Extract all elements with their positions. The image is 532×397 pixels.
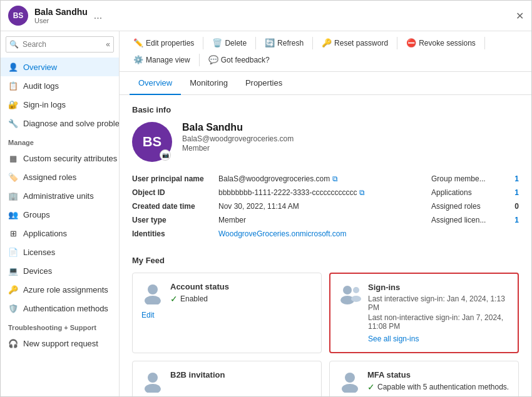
applications-stat-value[interactable]: 1 [514,188,519,197]
sidebar-item-groups[interactable]: 👥 Groups [1,205,119,224]
usertype-label: User type [132,216,213,224]
status-green-icon: ✓ [170,294,178,304]
sidebar-item-azure-role[interactable]: 🔑 Azure role assignments [1,280,119,299]
gear-icon: ⚙️ [133,55,143,64]
sidebar-item-support[interactable]: 🎧 New support request [1,334,119,353]
delete-button[interactable]: 🗑️ Delete [206,35,253,51]
feedback-label: Got feedback? [221,56,270,64]
title-info: Bala Sandhu User [34,7,88,24]
assigned-licenses-label: Assigned licen... [431,216,486,224]
edit-properties-button[interactable]: ✏️ Edit properties [127,35,200,51]
camera-icon[interactable]: 📷 [160,149,171,161]
reset-password-button[interactable]: 🔑 Reset password [315,35,394,51]
sidebar-item-admin-units[interactable]: 🏢 Administrative units [1,186,119,205]
assigned-roles-stat-value[interactable]: 0 [514,202,519,211]
tab-overview[interactable]: Overview [130,72,181,95]
sidebar-item-signin-logs[interactable]: 🔐 Sign-in logs [1,95,119,114]
feed-cards: Account status ✓ Enabled Edit [132,273,519,396]
manage-view-button[interactable]: ⚙️ Manage view [127,52,197,68]
sidebar-item-licenses[interactable]: 📄 Licenses [1,243,119,261]
refresh-button[interactable]: 🔄 Refresh [258,35,310,51]
list-icon: 📋 [8,81,18,91]
sidebar-item-audit-logs[interactable]: 📋 Audit logs [1,76,119,95]
feedback-icon: 💬 [208,55,218,64]
svg-point-9 [342,384,358,393]
objectid-value: bbbbbbbb-1111-2222-3333-cccccccccccc ⧉ [218,188,365,197]
sidebar-item-overview[interactable]: 👤 Overview [1,58,119,76]
user-avatar: BS 📷 [132,122,172,162]
tab-properties[interactable]: Properties [237,72,291,95]
signins-body: Sign-ins Last interactive sign-in: Jan 4… [368,283,509,343]
b2b-header: B2B invitation [141,370,312,393]
account-status-body: Account status ✓ Enabled [170,282,312,304]
group-icon: 👥 [8,209,18,219]
b2b-invitation-card: B2B invitation Convert to external user [132,361,322,396]
mfa-header: MFA status ✓ Capable with 5 authenticati… [339,370,509,396]
edit-props-label: Edit properties [146,39,194,48]
user-name: Bala Sandhu [182,122,519,133]
content-area: ✏️ Edit properties 🗑️ Delete 🔄 Refresh 🔑… [120,31,531,396]
prop-row-usertype: User type Member [132,216,412,224]
person-badge-icon: 🏷️ [8,172,18,182]
assigned-licenses-value[interactable]: 1 [514,216,519,224]
sidebar-item-diagnose[interactable]: 🔧 Diagnose and solve problems [1,114,119,133]
signins-header: Sign-ins Last interactive sign-in: Jan 4… [339,283,509,343]
copy-upn-icon[interactable]: ⧉ [332,174,338,183]
wrench-icon: 🔧 [8,118,18,128]
sidebar-groups-label: Groups [23,210,50,219]
device-icon: 💻 [8,266,18,276]
created-label: Created date time [132,202,213,211]
sidebar-item-auth-methods[interactable]: 🛡️ Authentication methods [1,299,119,318]
objectid-label: Object ID [132,188,213,197]
svg-point-6 [148,373,158,383]
tabs: Overview Monitoring Properties [120,72,531,95]
mfa-icon [339,370,361,393]
delete-label: Delete [225,39,247,48]
reset-password-label: Reset password [334,39,388,48]
tab-monitoring[interactable]: Monitoring [181,72,237,95]
revoke-sessions-button[interactable]: ⛔ Revoke sessions [400,35,482,51]
identities-link[interactable]: WoodgroveGroceries.onmicrosoft.com [218,229,347,238]
sidebar-item-applications[interactable]: ⊞ Applications [1,224,119,243]
sidebar-item-custom-security[interactable]: ▦ Custom security attributes [1,149,119,168]
collapse-icon[interactable]: « [106,40,110,49]
sidebar-item-assigned-roles[interactable]: 🏷️ Assigned roles [1,168,119,186]
toolbar-separator-3 [312,37,313,49]
mfa-green-icon: ✓ [367,382,375,392]
search-input[interactable] [6,36,114,53]
account-status-title: Account status [170,282,312,291]
signins-title: Sign-ins [368,283,509,292]
stat-assigned-licenses: Assigned licen... 1 [431,216,519,224]
group-members-label: Group membe... [431,174,486,183]
applications-stat-label: Applications [431,188,472,197]
refresh-label: Refresh [277,39,304,48]
stats-column: Group membe... 1 Applications 1 Assigned… [431,174,519,243]
sidebar-assigned-roles-label: Assigned roles [23,173,76,182]
signin-icon: 🔐 [8,99,18,109]
key-icon: 🔑 [8,284,18,294]
created-value: Nov 30, 2022, 11:14 AM [218,202,299,211]
sidebar-item-devices[interactable]: 💻 Devices [1,261,119,280]
shield-icon: 🛡️ [8,303,18,313]
sidebar-support-label: New support request [23,339,98,348]
feedback-button[interactable]: 💬 Got feedback? [202,52,276,68]
group-members-value[interactable]: 1 [514,174,519,183]
title-username: Bala Sandhu [34,7,88,17]
mfa-status-value: ✓ Capable with 5 authentication methods. [367,382,509,392]
sidebar-audit-label: Audit logs [23,81,59,91]
see-all-signins-link[interactable]: See all sign-ins [368,334,509,343]
manage-mfa-link[interactable]: Manage MFA authentication methods [367,396,509,396]
close-button[interactable]: ✕ [516,10,524,22]
copy-objectid-icon[interactable]: ⧉ [359,188,365,197]
edit-link[interactable]: Edit [141,311,312,319]
toolbar-separator-4 [397,37,397,49]
svg-point-0 [148,284,158,294]
stat-applications: Applications 1 [431,188,519,197]
more-options-icon[interactable]: ... [94,10,102,21]
upn-label: User principal name [132,174,213,183]
sidebar-admin-units-label: Administrative units [23,191,94,201]
apps-icon: ⊞ [8,228,18,238]
avatar-initials: BS [143,134,162,150]
search-box: 🔍 « [6,36,114,53]
title-bar-left: BS Bala Sandhu User ... [8,6,102,26]
